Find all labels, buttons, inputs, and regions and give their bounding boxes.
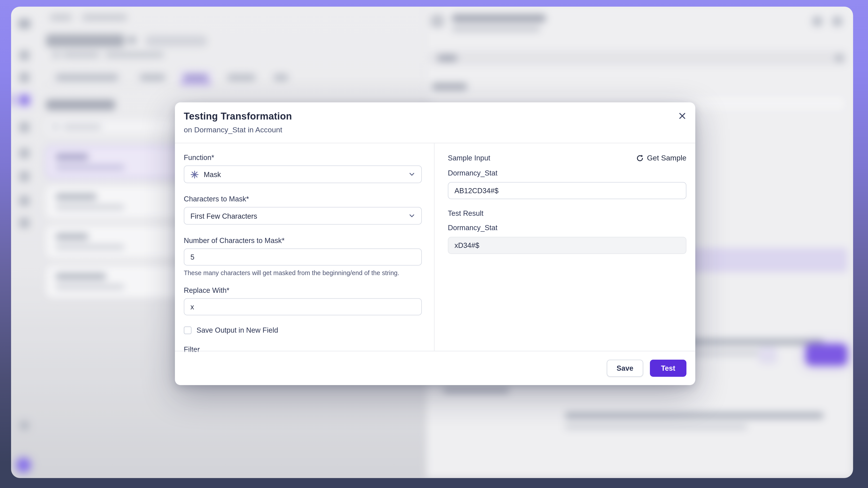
transformation-form: Function* Mask Characters to Ma bbox=[175, 143, 434, 351]
modal-subtitle: on Dormancy_Stat in Account bbox=[184, 126, 686, 134]
characters-to-mask-select[interactable]: First Few Characters bbox=[184, 207, 422, 225]
modal-title: Testing Transformation bbox=[184, 111, 686, 122]
save-output-checkbox-label: Save Output in New Field bbox=[197, 326, 278, 334]
chevron-down-icon bbox=[408, 213, 415, 219]
number-of-characters-label: Number of Characters to Mask* bbox=[184, 236, 422, 245]
get-sample-label: Get Sample bbox=[647, 154, 686, 162]
number-of-characters-input[interactable] bbox=[184, 249, 422, 266]
sample-and-result: Sample Input Get Sample Dormancy_Stat Te bbox=[434, 143, 695, 351]
get-sample-button[interactable]: Get Sample bbox=[636, 154, 686, 162]
close-button[interactable] bbox=[676, 109, 688, 122]
sample-field-label: Dormancy_Stat bbox=[448, 169, 687, 177]
number-of-characters-helper: These many characters will get masked fr… bbox=[184, 269, 422, 276]
replace-with-label: Replace With* bbox=[184, 286, 422, 295]
close-icon bbox=[678, 111, 686, 120]
mask-function-icon bbox=[190, 170, 199, 178]
save-output-checkbox-row[interactable]: Save Output in New Field bbox=[184, 326, 422, 334]
modal-body: Function* Mask Characters to Ma bbox=[175, 143, 695, 351]
save-button[interactable]: Save bbox=[607, 360, 643, 377]
characters-to-mask-value: First Few Characters bbox=[190, 212, 257, 220]
sample-input-label: Sample Input bbox=[448, 154, 491, 162]
save-output-checkbox[interactable] bbox=[184, 326, 191, 334]
function-value: Mask bbox=[204, 170, 221, 178]
save-button-label: Save bbox=[617, 364, 633, 372]
characters-to-mask-label: Characters to Mask* bbox=[184, 195, 422, 203]
modal-footer: Save Test bbox=[175, 351, 695, 385]
test-button-label: Test bbox=[661, 364, 675, 372]
test-result-output: xD34#$ bbox=[448, 237, 687, 254]
result-field-label: Dormancy_Stat bbox=[448, 224, 687, 232]
sample-input-field[interactable] bbox=[448, 182, 687, 199]
modal-header: Testing Transformation on Dormancy_Stat … bbox=[175, 102, 695, 143]
function-label: Function* bbox=[184, 153, 422, 162]
screen: Testing Transformation on Dormancy_Stat … bbox=[0, 0, 868, 488]
refresh-icon bbox=[636, 154, 644, 162]
chevron-down-icon bbox=[408, 171, 415, 178]
test-button[interactable]: Test bbox=[650, 360, 686, 377]
function-select[interactable]: Mask bbox=[184, 166, 422, 183]
test-result-label: Test Result bbox=[448, 209, 687, 218]
replace-with-input[interactable] bbox=[184, 298, 422, 316]
testing-transformation-modal: Testing Transformation on Dormancy_Stat … bbox=[175, 102, 695, 385]
